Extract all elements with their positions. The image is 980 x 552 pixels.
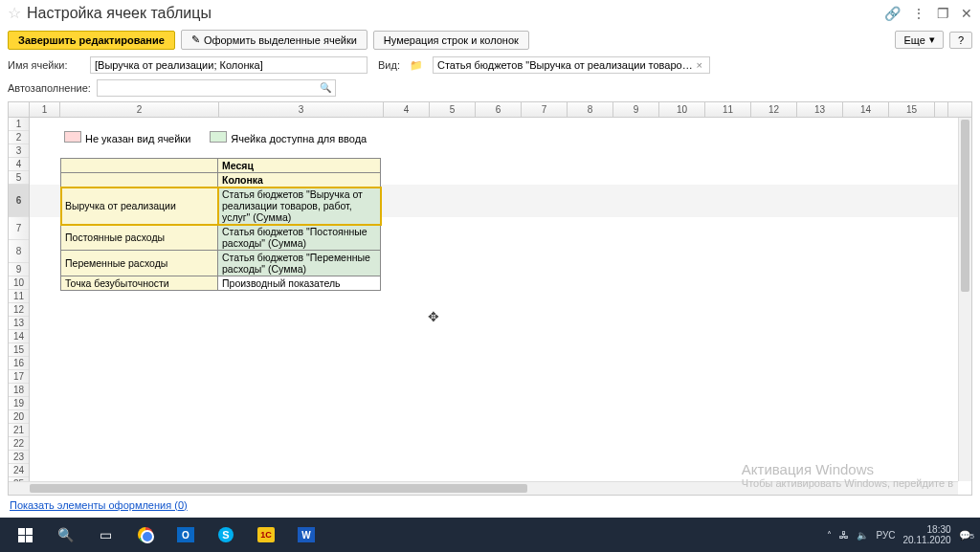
clock-time: 18:30 [902,524,950,535]
onec-taskbar-button[interactable]: 1C [247,520,285,549]
row-header[interactable]: 16 [9,357,29,370]
start-button[interactable] [6,520,44,549]
col-header[interactable]: 5 [430,102,476,117]
vscroll-thumb[interactable] [961,120,969,292]
menu-icon[interactable]: ⋮ [912,6,925,21]
row-header[interactable]: 10 [9,276,29,290]
col-header[interactable]: 10 [659,102,705,117]
row-header[interactable]: 9 [9,263,29,276]
search-taskbar-button[interactable]: 🔍 [46,520,84,549]
kind-cell[interactable]: Статья бюджетов "Выручка от реализации т… [218,188,381,225]
row-label-cell[interactable]: Переменные расходы [61,251,218,276]
folder-icon[interactable]: 📁 [410,59,423,72]
cells-area[interactable]: Не указан вид ячейки Ячейка доступна для… [30,118,971,481]
chrome-icon [138,527,153,542]
favorite-star-icon[interactable]: ☆ [8,4,21,22]
volume-icon[interactable]: 🔈 [857,530,868,541]
chrome-taskbar-button[interactable] [126,520,165,549]
horizontal-scrollbar[interactable] [9,481,958,495]
col-header[interactable]: 4 [384,102,430,117]
cell-name-field[interactable]: [Выручка от реализации; Колонка] [90,56,368,74]
row-header[interactable]: 12 [9,303,29,317]
kind-cell[interactable]: Статья бюджетов "Постоянные расходы" (Су… [218,225,381,251]
kind-field[interactable]: Статья бюджетов "Выручка от реализации т… [433,56,710,74]
col-header[interactable]: 6 [476,102,522,117]
col-header[interactable]: 13 [797,102,843,117]
row-header[interactable]: 3 [9,144,29,158]
network-icon[interactable]: 🖧 [839,530,849,541]
header-cell[interactable] [61,159,218,173]
task-view-button[interactable]: ▭ [86,520,124,549]
row-header[interactable]: 22 [9,437,29,451]
col-header[interactable]: 2 [60,102,219,117]
close-icon[interactable]: ✕ [961,6,972,21]
row-header[interactable]: 23 [9,451,29,464]
row-header[interactable]: 4 [9,158,29,171]
row-header[interactable]: 5 [9,171,29,185]
skype-icon: S [218,527,234,542]
kind-cell[interactable]: Производный показатель [218,276,381,291]
kind-clear-icon[interactable]: × [694,59,705,71]
header-cell[interactable] [61,173,218,188]
col-header[interactable]: 14 [843,102,889,117]
clock[interactable]: 18:30 20.11.2020 [902,524,950,545]
legend-swatch-input [210,131,227,143]
column-header-cell[interactable]: Колонка [218,173,381,188]
footer: Показать элементы оформления (0) [0,496,980,515]
row-header[interactable]: 8 [9,240,29,263]
cursor-icon: ✥ [428,309,439,324]
show-design-elements-link[interactable]: Показать элементы оформления (0) [10,499,188,511]
tray-chevron-icon[interactable]: ˄ [827,530,832,541]
col-header[interactable]: 8 [568,102,613,117]
skype-taskbar-button[interactable]: S [207,520,245,549]
row-header[interactable]: 14 [9,330,29,343]
kind-cell[interactable]: Статья бюджетов "Переменные расходы" (Су… [218,251,381,276]
pencil-icon: ✎ [191,33,200,46]
row-label-cell[interactable]: Постоянные расходы [61,225,218,251]
col-header[interactable]: 12 [751,102,797,117]
numbering-button[interactable]: Нумерация строк и колонок [373,31,529,50]
col-header[interactable]: 3 [219,102,384,117]
row-header[interactable]: 21 [9,424,29,437]
link-icon[interactable]: 🔗 [884,6,901,21]
more-button[interactable]: Еще ▾ [895,31,943,49]
row-header[interactable]: 18 [9,384,29,397]
vertical-scrollbar[interactable] [958,118,971,481]
autofill-field[interactable]: 🔍 [97,79,336,97]
row-header[interactable]: 2 [9,131,29,144]
window-title: Настройка ячеек таблицы [27,5,884,22]
col-header[interactable]: 9 [613,102,659,117]
row-header[interactable]: 13 [9,317,29,330]
row-label-cell[interactable]: Выручка от реализации [61,188,218,225]
row-header[interactable]: 1 [9,118,29,131]
col-header[interactable]: 7 [522,102,568,117]
col-header[interactable]: 1 [30,102,60,117]
outlook-taskbar-button[interactable]: O [167,520,205,549]
row-header[interactable]: 17 [9,370,29,384]
row-header[interactable]: 24 [9,464,29,477]
row-header[interactable]: 20 [9,410,29,424]
layout-table: Месяц Колонка Выручка от реализации Стат… [60,158,381,291]
help-button[interactable]: ? [949,32,972,49]
row-header[interactable]: 15 [9,343,29,357]
format-cells-button[interactable]: ✎ Оформить выделенные ячейки [181,30,368,50]
row-label-cell[interactable]: Точка безубыточности [61,276,218,291]
row-header[interactable]: 11 [9,290,29,303]
row-headers: 1234567891011121314151617181920212223242… [9,118,30,481]
row-header[interactable]: 19 [9,397,29,410]
col-header[interactable]: 15 [889,102,935,117]
col-header[interactable]: 11 [705,102,751,117]
finish-editing-button[interactable]: Завершить редактирование [8,31,175,50]
column-headers: 1 2 3 4 5 6 7 8 9 10 11 12 13 14 15 [9,102,971,118]
row-header[interactable]: 6 [9,185,29,217]
word-taskbar-button[interactable]: W [287,520,325,549]
month-header-cell[interactable]: Месяц [218,159,381,173]
kind-value: Статья бюджетов "Выручка от реализации т… [437,59,694,71]
corner-cell[interactable] [9,102,30,117]
restore-icon[interactable]: ❐ [937,6,949,21]
language-indicator[interactable]: РУС [876,530,895,541]
notifications-icon[interactable]: 💬5 [959,530,974,541]
row-header[interactable]: 7 [9,217,29,240]
search-icon[interactable]: 🔍 [320,82,331,93]
hscroll-thumb[interactable] [30,484,527,493]
